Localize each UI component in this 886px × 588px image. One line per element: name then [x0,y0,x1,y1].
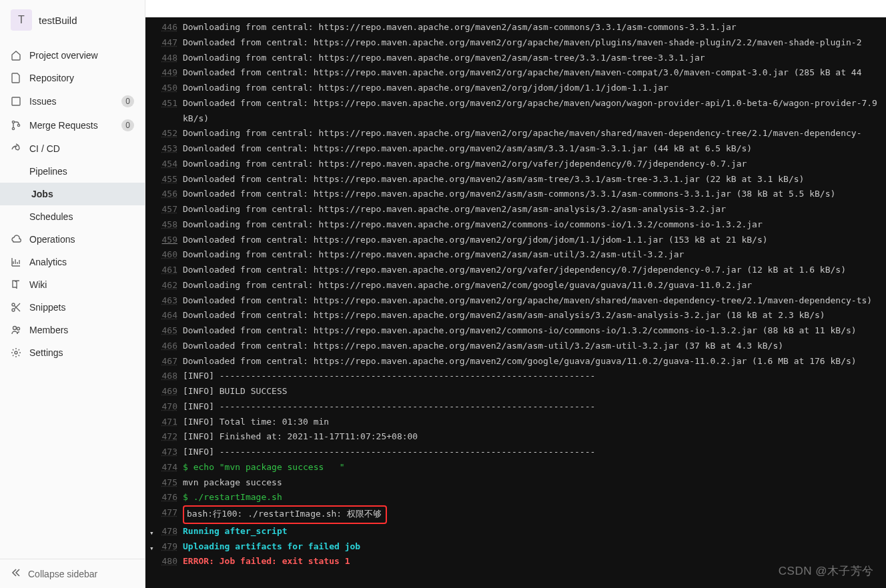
line-number[interactable]: 467 [162,356,177,366]
line-number[interactable]: 475 [162,477,177,487]
line-number[interactable]: 452 [162,128,177,138]
gear-icon [11,347,21,358]
line-number[interactable]: 454 [162,159,177,169]
rocket-icon [11,143,21,154]
collapse-caret-icon[interactable]: ▾ [149,542,154,555]
log-text: Downloading from central: https://repo.m… [183,51,886,66]
log-line: 452Downloading from central: https://rep… [145,126,886,141]
line-number[interactable]: 469 [162,386,177,396]
top-gap [145,0,886,17]
line-number[interactable]: 456 [162,189,177,199]
line-number[interactable]: 453 [162,143,177,153]
line-number[interactable]: 457 [162,204,177,214]
log-text: [INFO] BUILD SUCCESS [183,384,886,399]
log-text: Downloading from central: https://repo.m… [183,217,886,233]
sidebar-item-overview[interactable]: Project overview [0,44,145,67]
sidebar-item-repository[interactable]: Repository [0,67,145,89]
sidebar-item-label: Merge Requests [29,120,113,131]
log-text: mvn package success [183,475,886,491]
sidebar-item-operations[interactable]: Operations [0,228,145,251]
line-number[interactable]: 472 [162,431,177,441]
line-number[interactable]: 478 [162,526,177,536]
line-number[interactable]: 470 [162,401,177,411]
job-log-console[interactable]: 446Downloading from central: https://rep… [145,17,886,588]
line-number[interactable]: 471 [162,417,177,427]
mr-badge: 0 [121,119,134,131]
chart-icon [11,257,21,267]
main: 446Downloading from central: https://rep… [145,0,886,588]
svg-point-1 [12,121,14,123]
book-icon [11,279,21,290]
sidebar-item-issues[interactable]: Issues 0 [0,89,145,113]
project-header[interactable]: T testBuild [0,0,145,40]
sidebar-item-members[interactable]: Members [0,319,145,341]
line-number[interactable]: 466 [162,341,177,351]
line-number[interactable]: 476 [162,492,177,502]
line-number[interactable]: 455 [162,174,177,184]
log-line: 448Downloading from central: https://rep… [145,51,886,66]
sidebar-item-settings[interactable]: Settings [0,341,145,364]
svg-rect-0 [12,97,20,105]
log-line: 464Downloaded from central: https://repo… [145,308,886,323]
log-line: 465Downloaded from central: https://repo… [145,323,886,339]
log-line: 472[INFO] Finished at: 2021-11-17T11:07:… [145,429,886,445]
sidebar-item-jobs[interactable]: Jobs [0,183,145,205]
sidebar-item-schedules[interactable]: Schedules [0,205,145,228]
line-number[interactable]: 480 [162,556,177,566]
sidebar-item-label: Issues [29,96,113,107]
svg-point-4 [12,303,15,306]
line-number[interactable]: 447 [162,37,177,47]
sidebar-item-wiki[interactable]: Wiki [0,273,145,296]
line-number[interactable]: 474 [162,462,177,472]
line-number[interactable]: 448 [162,53,177,63]
line-number[interactable]: 446 [162,22,177,32]
sidebar-item-merge-requests[interactable]: Merge Requests 0 [0,113,145,137]
line-number[interactable]: 449 [162,67,177,77]
line-number[interactable]: 463 [162,295,177,305]
line-number[interactable]: 450 [162,83,177,93]
log-line: 480ERROR: Job failed: exit status 1 [145,554,886,569]
merge-icon [11,120,21,131]
line-number[interactable]: 461 [162,265,177,275]
log-line: 468[INFO] ------------------------------… [145,369,886,384]
chevron-left-double-icon [11,567,21,580]
log-text: $ ./restartImage.sh [183,490,886,505]
log-line: 463Downloaded from central: https://repo… [145,293,886,309]
line-number[interactable]: 460 [162,249,177,259]
sidebar-item-cicd[interactable]: CI / CD [0,137,145,160]
collapse-sidebar-button[interactable]: Collapse sidebar [0,559,145,588]
collapse-caret-icon[interactable]: ▾ [149,527,154,539]
sidebar-item-label: CI / CD [29,143,134,154]
line-number[interactable]: 477 [162,507,177,517]
home-icon [11,50,21,61]
line-number[interactable]: 464 [162,310,177,320]
log-line: 459Downloaded from central: https://repo… [145,233,886,248]
svg-point-3 [17,124,19,126]
log-line: 477bash:行100: ./restartImage.sh: 权限不够 [145,505,886,524]
log-text: Downloaded from central: https://repo.ma… [183,339,886,354]
line-number[interactable]: 459 [162,235,177,245]
log-line: 449Downloaded from central: https://repo… [145,65,886,81]
log-line: 475mvn package success [145,475,886,491]
log-line: ▾478Running after_script [145,524,886,539]
log-text: bash:行100: ./restartImage.sh: 权限不够 [183,505,886,524]
line-number[interactable]: 462 [162,280,177,290]
log-text: Downloaded from central: https://repo.ma… [183,187,886,202]
log-line: ▾479Uploading artifacts for failed job [145,539,886,555]
log-line: 466Downloaded from central: https://repo… [145,339,886,354]
log-line: 451Downloaded from central: https://repo… [145,96,886,127]
log-line: 467Downloaded from central: https://repo… [145,354,886,369]
sidebar-item-pipelines[interactable]: Pipelines [0,160,145,183]
sidebar-item-analytics[interactable]: Analytics [0,251,145,273]
log-line: 456Downloaded from central: https://repo… [145,187,886,202]
line-number[interactable]: 473 [162,447,177,457]
line-number[interactable]: 451 [162,98,177,108]
line-number[interactable]: 468 [162,371,177,381]
line-number[interactable]: 458 [162,219,177,229]
line-number[interactable]: 465 [162,325,177,335]
log-text: Downloaded from central: https://repo.ma… [183,65,886,81]
line-number[interactable]: 479 [162,541,177,551]
svg-point-6 [13,327,17,330]
issues-icon [11,96,21,107]
sidebar-item-snippets[interactable]: Snippets [0,296,145,319]
